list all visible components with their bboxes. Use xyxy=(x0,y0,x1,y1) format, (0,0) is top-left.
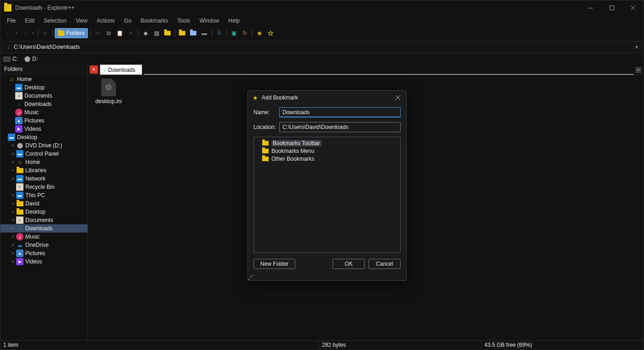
document-icon: ≡ xyxy=(16,183,23,191)
dialog-close-button[interactable] xyxy=(391,92,404,103)
menu-bookmarks[interactable]: Bookmarks xyxy=(136,16,173,25)
ok-button[interactable]: OK xyxy=(333,259,365,269)
tree-item-label: Home xyxy=(25,159,40,165)
folder-icon xyxy=(262,157,269,161)
tree-item-label: Music xyxy=(25,233,40,240)
refresh-button[interactable]: ↻ xyxy=(240,28,250,38)
minimize-button[interactable] xyxy=(580,0,601,15)
bookmark-folder-item[interactable]: Other Bookmarks xyxy=(256,155,398,163)
tree-item-label: Downloads xyxy=(25,225,52,232)
properties-button[interactable]: ▤ xyxy=(151,28,161,38)
folders-toggle-button[interactable]: Folders xyxy=(55,28,88,38)
nav-up-button[interactable]: ↑ xyxy=(40,28,50,38)
tree-item-label: Desktop xyxy=(24,84,45,91)
folder-tree[interactable]: ⌂Home▬Desktop≡Documents↓Downloads♪Music▲… xyxy=(0,74,87,340)
tree-item[interactable]: ▶Videos xyxy=(0,125,87,133)
tree-item[interactable]: >≡Documents xyxy=(0,216,87,224)
new-folder-icon[interactable] xyxy=(162,28,172,38)
menu-help[interactable]: Help xyxy=(224,16,244,25)
tree-item-label: Music xyxy=(24,109,39,116)
tree-item[interactable]: ▬Desktop xyxy=(0,83,87,92)
nav-back-button[interactable]: ← xyxy=(3,28,13,38)
name-input[interactable] xyxy=(279,107,401,117)
tree-item[interactable]: >▬Network xyxy=(0,175,87,183)
dialog-titlebar: ★ Add Bookmark xyxy=(248,91,406,105)
drive-d[interactable]: D: xyxy=(24,56,38,62)
tree-item[interactable]: >DVD Drive (D:) xyxy=(0,141,87,150)
cancel-button[interactable]: Cancel xyxy=(368,259,401,269)
address-dropdown-button[interactable]: ▾ xyxy=(632,44,641,50)
bookmark-folder-label: Other Bookmarks xyxy=(271,156,314,162)
resize-grip[interactable]: ⋰ xyxy=(248,274,406,280)
menu-file[interactable]: File xyxy=(2,16,20,25)
close-button[interactable] xyxy=(622,0,644,15)
status-bar: 1 item 282 bytes 43.5 GB free (69%) xyxy=(0,340,644,350)
menu-selection[interactable]: Selection xyxy=(39,16,71,25)
copy-button[interactable]: ⧉ xyxy=(104,28,114,38)
sidebar: Folders ⌂Home▬Desktop≡Documents↓Download… xyxy=(0,64,88,340)
tree-item[interactable]: >↓Downloads xyxy=(0,224,87,233)
dialog-title: Add Bookmark xyxy=(262,94,298,101)
paste-button[interactable]: 📋 xyxy=(115,28,125,38)
menu-view[interactable]: View xyxy=(71,16,92,25)
tree-item[interactable]: ▬Desktop xyxy=(0,133,87,141)
tree-item[interactable]: >Desktop xyxy=(0,208,87,216)
copy-to-button[interactable] xyxy=(177,28,187,38)
delete-button[interactable]: ✕ xyxy=(126,28,136,38)
tree-item[interactable]: >▲Pictures xyxy=(0,249,87,257)
location-input[interactable] xyxy=(279,122,401,132)
drive-c[interactable]: C: xyxy=(3,56,18,62)
tree-item-label: Documents xyxy=(25,217,53,223)
nav-back-menu[interactable]: ▼ xyxy=(14,28,19,38)
tree-item[interactable]: ▲Pictures xyxy=(0,117,87,125)
tree-item-label: DVD Drive (D:) xyxy=(25,142,62,149)
nav-fwd-menu[interactable]: ▼ xyxy=(31,28,35,38)
menu-tools[interactable]: Tools xyxy=(173,16,195,25)
tree-item[interactable]: >▬Control Panel xyxy=(0,150,87,158)
tree-item[interactable]: >▬This PC xyxy=(0,191,87,199)
tab-empty-area[interactable] xyxy=(144,64,633,75)
tab-close-button[interactable]: ✕ xyxy=(635,67,642,73)
pc-icon: ▬ xyxy=(15,84,23,91)
tree-item-label: Home xyxy=(17,76,32,82)
folder-icon xyxy=(262,141,269,146)
menu-actions[interactable]: Actions xyxy=(92,16,119,25)
view-icons-button[interactable]: ⠿ xyxy=(214,28,224,38)
maximize-button[interactable] xyxy=(601,0,622,15)
tree-item[interactable]: >♪Music xyxy=(0,233,87,241)
view-details-button[interactable]: ▣ xyxy=(229,28,239,38)
file-item[interactable]: ⚙desktop.ini xyxy=(92,79,126,105)
tree-item[interactable]: >▶Videos xyxy=(0,257,87,266)
undo-button[interactable]: ◆ xyxy=(140,28,150,38)
tree-item[interactable]: ↓Downloads xyxy=(0,100,87,108)
bookmark-manage-button[interactable]: ★ xyxy=(265,28,276,38)
move-to-button[interactable] xyxy=(188,28,198,38)
new-folder-button[interactable]: New Folder xyxy=(253,259,295,269)
terminal-button[interactable]: ▬ xyxy=(199,28,209,38)
tree-item[interactable]: >David xyxy=(0,199,87,208)
tab-active[interactable]: ↓ Downloads xyxy=(100,64,142,75)
file-name: desktop.ini xyxy=(95,98,121,105)
svg-rect-0 xyxy=(588,8,593,8)
tree-item[interactable]: ≡Recycle Bin xyxy=(0,183,87,191)
close-all-tabs-button[interactable]: ✕ xyxy=(90,65,98,74)
address-bar[interactable]: ↓ C:\Users\David\Downloads ▾ xyxy=(2,41,642,53)
tree-item[interactable]: >⌂Home xyxy=(0,158,87,166)
tree-item-label: Control Panel xyxy=(25,151,59,157)
bookmark-folder-item[interactable]: Bookmarks Menu xyxy=(256,147,398,155)
status-size: 282 bytes xyxy=(319,341,482,350)
nav-forward-button[interactable]: → xyxy=(20,28,30,38)
tree-item[interactable]: ≡Documents xyxy=(0,92,87,100)
bookmark-folder-tree[interactable]: Bookmarks ToolbarBookmarks MenuOther Boo… xyxy=(253,137,401,253)
cut-button[interactable]: ✂ xyxy=(92,28,103,38)
tree-item[interactable]: >☁OneDrive xyxy=(0,241,87,249)
menu-edit[interactable]: Edit xyxy=(20,16,39,25)
menu-go[interactable]: Go xyxy=(120,16,136,25)
tree-item[interactable]: ♪Music xyxy=(0,108,87,117)
tree-item[interactable]: >Libraries xyxy=(0,166,87,175)
tree-item[interactable]: ⌂Home xyxy=(0,75,87,83)
bookmark-folder-item[interactable]: Bookmarks Toolbar xyxy=(256,139,398,147)
menu-window[interactable]: Window xyxy=(195,16,224,25)
folder-icon xyxy=(16,200,23,207)
bookmark-add-button[interactable]: ★ xyxy=(254,28,264,38)
